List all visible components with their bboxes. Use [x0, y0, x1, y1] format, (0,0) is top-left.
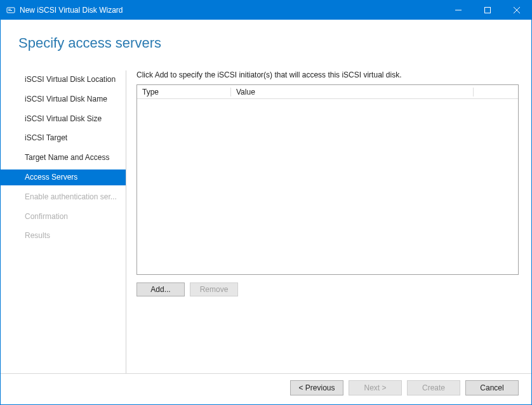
column-type[interactable]: Type: [137, 88, 231, 96]
sidebar-item-confirmation: Confirmation: [1, 209, 126, 225]
sidebar-item-auth: Enable authentication ser...: [1, 189, 126, 205]
sidebar-item-target[interactable]: iSCSI Target: [1, 130, 126, 146]
initiators-table[interactable]: Type Value: [136, 84, 519, 275]
column-value[interactable]: Value: [231, 88, 474, 96]
sidebar-item-size[interactable]: iSCSI Virtual Disk Size: [1, 111, 126, 127]
minimize-button[interactable]: [444, 1, 473, 20]
remove-button: Remove: [190, 282, 238, 296]
maximize-button[interactable]: [473, 1, 502, 20]
window-title: New iSCSI Virtual Disk Wizard: [20, 6, 444, 15]
sidebar-item-results: Results: [1, 228, 126, 244]
sidebar-item-name[interactable]: iSCSI Virtual Disk Name: [1, 91, 126, 107]
svg-rect-2: [8, 10, 12, 11]
titlebar: New iSCSI Virtual Disk Wizard: [1, 1, 531, 20]
svg-rect-1: [8, 9, 11, 10]
previous-button[interactable]: < Previous: [290, 380, 343, 395]
table-header: Type Value: [137, 85, 518, 99]
svg-rect-4: [485, 8, 491, 13]
sidebar-item-target-name[interactable]: Target Name and Access: [1, 150, 126, 166]
sidebar-item-access-servers[interactable]: Access Servers: [1, 169, 126, 185]
close-button[interactable]: [502, 1, 531, 20]
page-title: Specify access servers: [1, 20, 531, 51]
wizard-icon: [6, 5, 16, 15]
instruction-text: Click Add to specify the iSCSI initiator…: [136, 70, 519, 79]
create-button: Create: [407, 380, 460, 395]
wizard-sidebar: iSCSI Virtual Disk Location iSCSI Virtua…: [1, 70, 126, 373]
cancel-button[interactable]: Cancel: [465, 380, 519, 395]
sidebar-item-location[interactable]: iSCSI Virtual Disk Location: [1, 72, 126, 88]
add-button[interactable]: Add...: [136, 282, 185, 296]
footer: < Previous Next > Create Cancel: [1, 373, 531, 404]
next-button: Next >: [349, 380, 402, 395]
